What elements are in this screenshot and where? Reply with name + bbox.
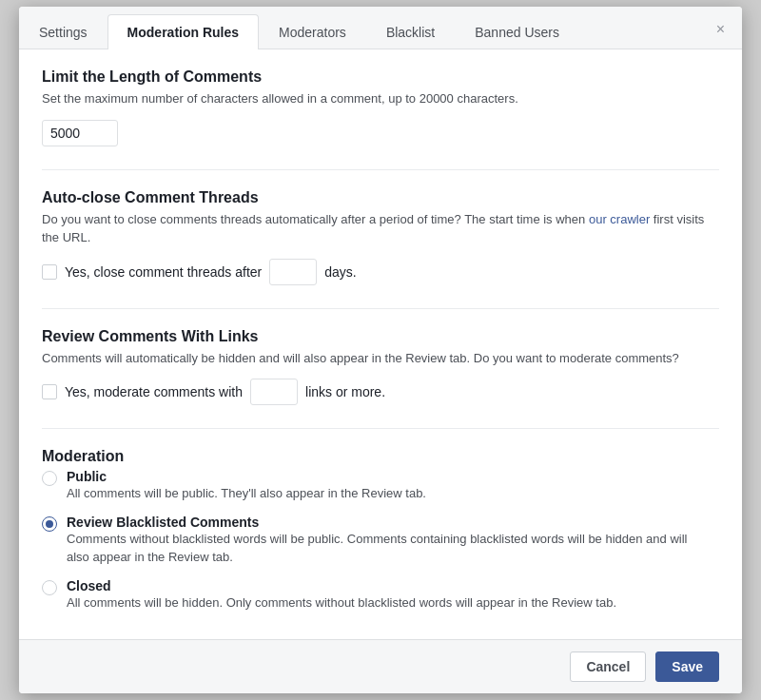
- max-characters-input[interactable]: [42, 120, 118, 146]
- section-moderation-title: Moderation: [42, 448, 719, 465]
- divider-1: [42, 169, 719, 170]
- radio-public-labels: Public All comments will be public. They…: [67, 469, 426, 503]
- section-moderation: Moderation Public All comments will be p…: [42, 448, 719, 612]
- radio-review-blacklisted-desc: Comments without blacklisted words will …: [67, 530, 694, 567]
- tab-banned-users[interactable]: Banned Users: [455, 14, 579, 49]
- tab-blacklist[interactable]: Blacklist: [366, 14, 455, 49]
- section-reviewlinks-title: Review Comments With Links: [42, 328, 719, 345]
- moderation-radio-group: Public All comments will be public. They…: [42, 469, 719, 612]
- autoclose-row: Yes, close comment threads after days.: [42, 259, 719, 285]
- radio-review-blacklisted[interactable]: [42, 516, 57, 532]
- radio-option-review-blacklisted: Review Blacklisted Comments Comments wit…: [42, 515, 719, 567]
- save-button[interactable]: Save: [655, 651, 719, 682]
- modal-dialog: Settings Moderation Rules Moderators Bla…: [19, 7, 742, 693]
- radio-review-blacklisted-labels: Review Blacklisted Comments Comments wit…: [67, 515, 694, 567]
- reviewlinks-label-before: Yes, moderate comments with: [65, 384, 243, 399]
- section-reviewlinks-desc: Comments will automatically be hidden an…: [42, 349, 719, 368]
- radio-public-desc: All comments will be public. They'll als…: [67, 484, 426, 503]
- links-count-input[interactable]: [250, 379, 298, 405]
- tab-moderators[interactable]: Moderators: [259, 14, 366, 49]
- section-limit-desc: Set the maximum number of characters all…: [42, 89, 719, 108]
- radio-closed[interactable]: [42, 580, 57, 595]
- radio-option-public: Public All comments will be public. They…: [42, 469, 719, 503]
- radio-public-title: Public: [67, 469, 426, 484]
- days-input[interactable]: [269, 259, 317, 285]
- modal-content: Limit the Length of Comments Set the max…: [19, 49, 742, 639]
- autoclose-checkbox[interactable]: [42, 264, 57, 280]
- section-auto-close: Auto-close Comment Threads Do you want t…: [42, 189, 719, 285]
- section-autoclose-title: Auto-close Comment Threads: [42, 189, 719, 206]
- reviewlinks-label-after: links or more.: [305, 384, 385, 399]
- divider-3: [42, 428, 719, 429]
- autoclose-desc-before: Do you want to close comments threads au…: [42, 212, 585, 226]
- section-limit-title: Limit the Length of Comments: [42, 68, 719, 86]
- radio-option-closed: Closed All comments will be hidden. Only…: [42, 578, 719, 612]
- reviewlinks-checkbox[interactable]: [42, 384, 57, 399]
- tabs-bar: Settings Moderation Rules Moderators Bla…: [19, 7, 742, 49]
- section-autoclose-desc: Do you want to close comments threads au…: [42, 210, 719, 247]
- autoclose-label-before: Yes, close comment threads after: [65, 264, 262, 280]
- divider-2: [42, 308, 719, 309]
- section-limit-comments: Limit the Length of Comments Set the max…: [42, 68, 719, 146]
- radio-closed-title: Closed: [67, 578, 616, 593]
- section-review-links: Review Comments With Links Comments will…: [42, 328, 719, 406]
- radio-public[interactable]: [42, 471, 57, 486]
- modal-footer: Cancel Save: [19, 639, 742, 693]
- radio-review-blacklisted-title: Review Blacklisted Comments: [67, 515, 694, 530]
- cancel-button[interactable]: Cancel: [570, 651, 646, 682]
- tab-settings[interactable]: Settings: [19, 14, 107, 49]
- reviewlinks-row: Yes, moderate comments with links or mor…: [42, 379, 719, 405]
- radio-closed-labels: Closed All comments will be hidden. Only…: [67, 578, 616, 612]
- crawler-link[interactable]: our crawler: [589, 212, 650, 226]
- tab-moderation-rules[interactable]: Moderation Rules: [107, 14, 259, 49]
- autoclose-label-after: days.: [324, 264, 356, 280]
- radio-closed-desc: All comments will be hidden. Only commen…: [67, 593, 616, 612]
- close-button[interactable]: ×: [711, 18, 731, 41]
